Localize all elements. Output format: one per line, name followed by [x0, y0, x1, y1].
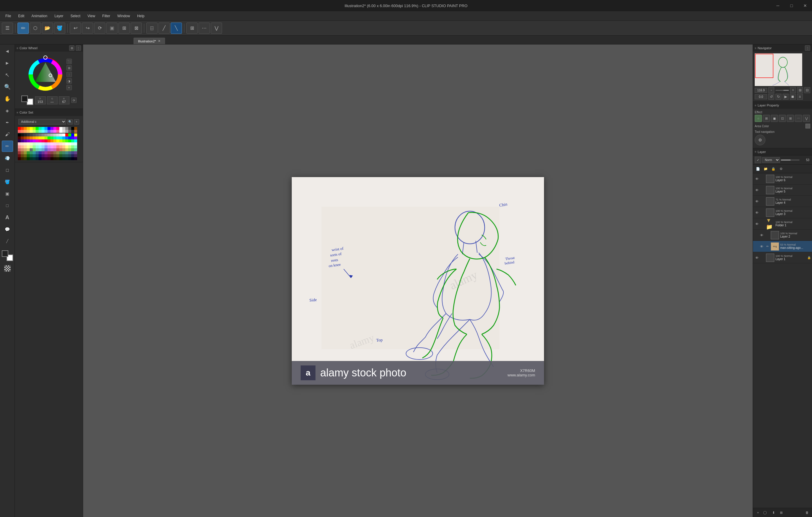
palette-swatch[interactable] — [33, 136, 36, 140]
palette-swatch[interactable] — [45, 157, 48, 160]
palette-swatch[interactable] — [36, 145, 38, 148]
palette-swatch[interactable] — [74, 136, 77, 140]
color-swatch[interactable] — [53, 127, 56, 130]
color-swatch[interactable] — [33, 130, 36, 133]
layer-item[interactable]: 👁 ▼ 📁 100 % Normal Folder 1 — [753, 218, 812, 230]
pen-tool-button[interactable]: ✏ — [18, 23, 29, 34]
fill-button[interactable]: 🪣 — [54, 23, 65, 34]
fg-bg-swatches[interactable] — [21, 95, 33, 105]
palette-swatch[interactable] — [38, 140, 41, 142]
palette-swatch[interactable] — [59, 136, 62, 140]
menu-select[interactable]: Select — [67, 13, 83, 19]
new-vector-layer-button[interactable]: ⃝ — [762, 509, 769, 516]
layer-opacity-value[interactable]: 53 — [801, 158, 809, 162]
palette-swatch[interactable] — [65, 154, 68, 157]
palette-swatch[interactable] — [36, 142, 38, 145]
nav-collapse-icon[interactable]: ≡ — [755, 47, 756, 50]
palette-swatch[interactable] — [24, 140, 27, 142]
color-swatch[interactable] — [36, 130, 38, 133]
layer-visibility-button[interactable]: 👁 — [754, 210, 759, 215]
color-swatch[interactable] — [51, 127, 53, 130]
color-swatch[interactable] — [48, 127, 51, 130]
color-swatch[interactable] — [45, 127, 48, 130]
color-swatch[interactable] — [21, 130, 24, 133]
tool-pencil-button[interactable]: ✏ — [2, 141, 13, 152]
layer-opacity-slider[interactable] — [781, 159, 800, 160]
palette-swatch[interactable] — [62, 145, 65, 148]
color-swatch[interactable] — [62, 127, 65, 130]
palette-swatch[interactable] — [48, 151, 51, 154]
tool-eraser-button[interactable]: ◻ — [2, 164, 13, 176]
palette-swatch[interactable] — [74, 140, 77, 142]
palette-swatch[interactable] — [41, 133, 45, 136]
zoom-fill-button[interactable]: ⊟ — [804, 87, 810, 93]
palette-swatch[interactable] — [65, 142, 68, 145]
new-layer-button[interactable]: 📄 — [755, 165, 761, 172]
palette-swatch[interactable] — [53, 142, 56, 145]
palette-swatch[interactable] — [48, 148, 51, 151]
palette-swatch[interactable] — [71, 136, 74, 140]
palette-swatch[interactable] — [51, 136, 53, 140]
palette-swatch[interactable] — [68, 157, 71, 160]
color-swatch[interactable] — [56, 130, 59, 133]
palette-swatch[interactable] — [24, 145, 27, 148]
palette-swatch[interactable] — [24, 148, 27, 151]
palette-swatch[interactable] — [45, 145, 48, 148]
palette-swatch[interactable] — [65, 140, 68, 142]
layer-visibility-button[interactable]: 👁 — [754, 199, 759, 204]
color-wheel-selector[interactable] — [26, 55, 65, 94]
palette-swatch[interactable] — [53, 133, 56, 136]
palette-swatch[interactable] — [45, 142, 48, 145]
palette-swatch[interactable] — [53, 136, 56, 140]
palette-swatch[interactable] — [21, 151, 24, 154]
palette-swatch[interactable] — [71, 154, 74, 157]
r-value-box[interactable]: R 153 — [35, 96, 46, 104]
tool-zoom-button[interactable]: 🔍 — [2, 81, 13, 93]
color-set-add[interactable]: + — [74, 119, 79, 125]
merge-layers-button[interactable]: ⬇ — [770, 509, 777, 516]
layer-item[interactable]: 👁 ✏ img 53 % Normal man-sitting-ago... — [753, 241, 812, 252]
palette-swatch[interactable] — [62, 133, 65, 136]
layer-visibility-button[interactable]: 👁 — [754, 187, 759, 193]
palette-swatch[interactable] — [59, 157, 62, 160]
palette-swatch[interactable] — [18, 154, 21, 157]
rotate-settings-button[interactable]: ≡ — [797, 94, 803, 100]
palette-swatch[interactable] — [51, 154, 53, 157]
palette-swatch[interactable] — [21, 145, 24, 148]
palette-swatch[interactable] — [74, 145, 77, 148]
palette-swatch[interactable] — [33, 133, 36, 136]
spin-button[interactable]: ⟳ — [94, 23, 105, 34]
palette-swatch[interactable] — [62, 148, 65, 151]
palette-swatch[interactable] — [18, 151, 21, 154]
palette-swatch[interactable] — [38, 157, 41, 160]
tool-brush-button[interactable]: 🖌 — [2, 129, 13, 140]
palette-swatch[interactable] — [62, 142, 65, 145]
color-swatch[interactable] — [59, 127, 62, 130]
palette-swatch[interactable] — [48, 142, 51, 145]
palette-swatch[interactable] — [56, 151, 59, 154]
color-set-header[interactable]: ≡ Color Set — [15, 109, 83, 116]
close-button[interactable]: ✕ — [799, 0, 812, 11]
layer-blend-select[interactable]: Norm Multiply Screen — [762, 157, 780, 163]
color-wheel-settings[interactable]: ⚙ — [69, 45, 75, 51]
layer-visibility-button[interactable]: 👁 — [754, 255, 759, 261]
maximize-button[interactable]: □ — [785, 0, 799, 11]
layer-item[interactable]: 👁 100 % Normal Layer 1 🔒 — [753, 252, 812, 264]
color-swatch[interactable] — [59, 130, 62, 133]
rotate-stop-button[interactable]: ⏹ — [790, 94, 796, 100]
menu-file[interactable]: File — [2, 13, 14, 19]
palette-swatch[interactable] — [68, 145, 71, 148]
color-swatch[interactable] — [27, 127, 30, 130]
tab-illustration2[interactable]: Illustration2* ✕ — [134, 38, 165, 44]
palette-swatch[interactable] — [27, 140, 30, 142]
palette-swatch[interactable] — [27, 142, 30, 145]
color-swatch[interactable] — [71, 127, 74, 130]
color-swatch[interactable] — [51, 130, 53, 133]
palette-swatch[interactable] — [74, 157, 77, 160]
palette-swatch[interactable] — [48, 145, 51, 148]
rotate-play-button[interactable]: ▶ — [783, 94, 788, 100]
color-swatch[interactable] — [68, 130, 71, 133]
palette-swatch[interactable] — [45, 151, 48, 154]
palette-swatch[interactable] — [33, 157, 36, 160]
collapse-icon-2[interactable]: ≡ — [17, 111, 19, 114]
